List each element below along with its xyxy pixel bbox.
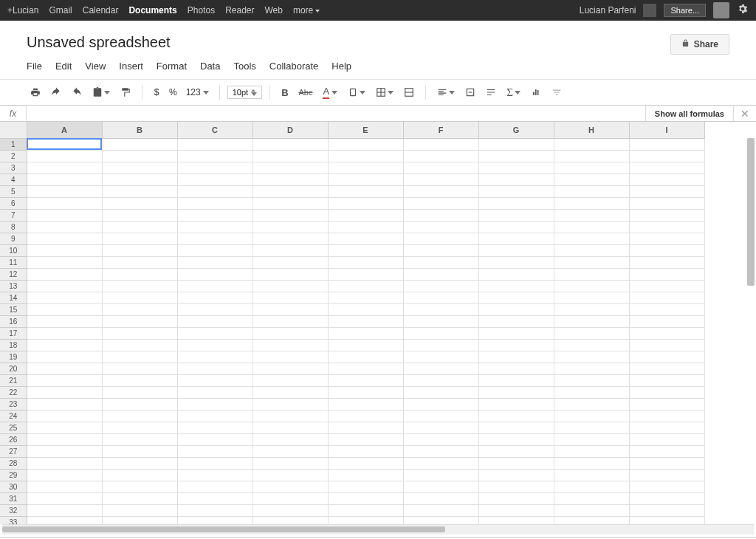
cell[interactable] (177, 244, 252, 256)
cell[interactable] (252, 244, 328, 256)
cell[interactable] (328, 221, 403, 233)
cell[interactable] (328, 174, 403, 185)
cell[interactable] (403, 481, 478, 492)
cell[interactable] (177, 221, 252, 233)
cell[interactable] (252, 162, 328, 174)
cell[interactable] (328, 469, 403, 481)
cell[interactable] (629, 410, 704, 422)
cell[interactable] (629, 445, 704, 457)
cell[interactable] (403, 374, 478, 386)
cell[interactable] (252, 280, 328, 292)
row-header[interactable]: 25 (0, 422, 27, 433)
cell[interactable] (102, 209, 177, 221)
row-header[interactable]: 4 (0, 174, 27, 185)
cell[interactable] (554, 339, 629, 351)
cell[interactable] (554, 516, 629, 524)
share-small-button[interactable]: Share... (664, 4, 706, 17)
row-header[interactable]: 8 (0, 221, 27, 233)
cell[interactable] (328, 481, 403, 492)
cell[interactable] (478, 292, 554, 303)
cell[interactable] (102, 433, 177, 445)
row-header[interactable]: 2 (0, 150, 27, 162)
cell[interactable] (403, 280, 478, 292)
cell[interactable] (328, 233, 403, 244)
cell[interactable] (177, 339, 252, 351)
cell[interactable] (27, 162, 102, 174)
menu-tools[interactable]: Tools (233, 61, 255, 72)
cell[interactable] (27, 174, 102, 185)
cell[interactable] (554, 174, 629, 185)
cell[interactable] (328, 363, 403, 374)
cell[interactable] (252, 303, 328, 315)
cell[interactable] (554, 492, 629, 504)
cell[interactable] (102, 150, 177, 162)
menu-view[interactable]: View (85, 61, 106, 72)
column-header[interactable]: E (328, 122, 403, 138)
cell[interactable] (554, 138, 629, 150)
cell[interactable] (478, 457, 554, 469)
row-header[interactable]: 7 (0, 209, 27, 221)
cell[interactable] (478, 174, 554, 185)
cell[interactable] (328, 492, 403, 504)
cell[interactable] (177, 162, 252, 174)
cell[interactable] (177, 303, 252, 315)
cell[interactable] (554, 504, 629, 516)
cell[interactable] (177, 422, 252, 433)
cell[interactable] (629, 327, 704, 339)
cell[interactable] (27, 256, 102, 268)
share-button[interactable]: Share (670, 34, 729, 55)
cell[interactable] (403, 445, 478, 457)
menu-help[interactable]: Help (331, 61, 351, 72)
row-header[interactable]: 20 (0, 363, 27, 374)
cell[interactable] (478, 327, 554, 339)
cell[interactable] (328, 138, 403, 150)
cell[interactable] (177, 138, 252, 150)
cell[interactable] (478, 422, 554, 433)
cell[interactable] (328, 327, 403, 339)
cell[interactable] (177, 292, 252, 303)
cell[interactable] (554, 363, 629, 374)
cell[interactable] (27, 374, 102, 386)
row-header[interactable]: 3 (0, 162, 27, 174)
cell[interactable] (629, 209, 704, 221)
cell[interactable] (554, 457, 629, 469)
insert-chart-button[interactable] (527, 84, 545, 100)
cell[interactable] (629, 315, 704, 327)
row-header[interactable]: 17 (0, 327, 27, 339)
redo-icon[interactable] (68, 84, 86, 100)
cell[interactable] (252, 150, 328, 162)
cell[interactable] (403, 363, 478, 374)
doc-title[interactable]: Unsaved spreadsheet (27, 34, 171, 51)
cell[interactable] (27, 150, 102, 162)
cell[interactable] (554, 374, 629, 386)
cell[interactable] (252, 363, 328, 374)
cell[interactable] (403, 138, 478, 150)
cell[interactable] (629, 516, 704, 524)
cell[interactable] (177, 398, 252, 410)
row-header[interactable]: 26 (0, 433, 27, 445)
cell[interactable] (403, 162, 478, 174)
cell[interactable] (252, 138, 328, 150)
cell[interactable] (403, 457, 478, 469)
bold-button[interactable]: B (278, 84, 292, 101)
cell[interactable] (177, 457, 252, 469)
cell[interactable] (328, 504, 403, 516)
column-header[interactable]: D (252, 122, 328, 138)
cell[interactable] (478, 162, 554, 174)
cell[interactable] (102, 327, 177, 339)
cell[interactable] (328, 516, 403, 524)
cell[interactable] (252, 174, 328, 185)
top-nav-lucian[interactable]: +Lucian (7, 5, 38, 16)
cell[interactable] (177, 327, 252, 339)
select-all-corner[interactable] (0, 122, 27, 138)
cell[interactable] (554, 481, 629, 492)
cell[interactable] (554, 398, 629, 410)
cell[interactable] (629, 221, 704, 233)
percent-button[interactable]: % (166, 87, 180, 97)
cell[interactable] (629, 162, 704, 174)
row-header[interactable]: 27 (0, 445, 27, 457)
cell[interactable] (177, 197, 252, 209)
cell[interactable] (478, 339, 554, 351)
cell[interactable] (328, 185, 403, 197)
gear-icon[interactable] (737, 3, 749, 18)
